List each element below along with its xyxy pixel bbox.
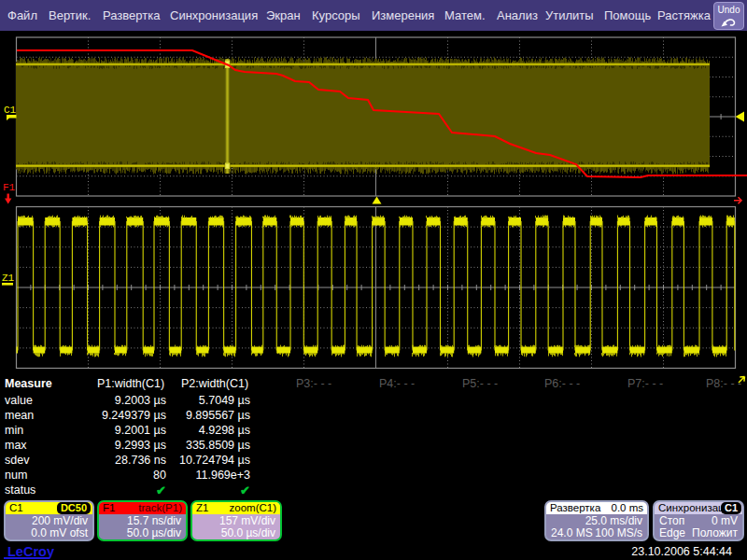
svg-text:C1: C1: [4, 105, 17, 116]
svg-text:F1: F1: [3, 182, 16, 193]
svg-text:Z1: Z1: [2, 273, 15, 284]
